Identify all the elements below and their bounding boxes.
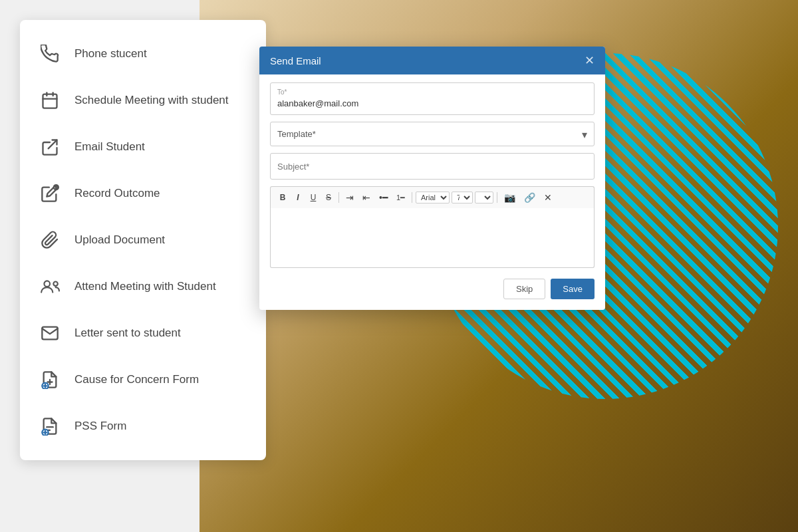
toolbar-separator-3 [497, 192, 497, 203]
action-label-record-outcome: Record Outcome [74, 187, 160, 200]
action-item-cause-concern[interactable]: Cause for Concern Form [20, 356, 266, 403]
save-button[interactable]: Save [551, 279, 595, 299]
svg-point-6 [44, 281, 50, 287]
action-label-cause-concern: Cause for Concern Form [74, 373, 199, 386]
action-label-letter-sent: Letter sent to student [74, 327, 181, 340]
dialog-close-button[interactable]: ✕ [585, 55, 595, 66]
numbered-list-button[interactable]: 1━ [393, 192, 408, 203]
to-field: To* [270, 82, 595, 115]
bullet-list-button[interactable]: •━ [376, 191, 391, 204]
action-label-phone-student: Phone stucent [74, 47, 147, 61]
strikethrough-button[interactable]: S [322, 192, 335, 203]
action-label-schedule-meeting: Schedule Meeting with student [74, 94, 229, 107]
template-select[interactable]: Template* [271, 122, 594, 146]
to-input[interactable] [277, 98, 587, 108]
font-select[interactable]: Arial [416, 192, 450, 203]
action-label-email-student: Email Student [74, 140, 145, 154]
action-label-pss-form: PSS Form [74, 420, 126, 433]
action-item-letter-sent[interactable]: Letter sent to student [20, 310, 266, 356]
action-item-attend-meeting[interactable]: Attend Meeting with Student [20, 263, 266, 310]
svg-rect-0 [43, 94, 57, 108]
email-dialog: Send Email ✕ To* Template* ▾ B I U S ⇥ [259, 47, 605, 310]
remove-format-button[interactable]: ✕ [541, 191, 555, 204]
subject-input[interactable] [277, 162, 587, 172]
phone-icon [36, 40, 64, 68]
italic-button[interactable]: I [291, 192, 305, 203]
email-forward-icon [36, 133, 64, 161]
action-item-record-outcome[interactable]: Record Outcome [20, 170, 266, 217]
doc-add-icon [36, 366, 64, 394]
dialog-body: To* Template* ▾ B I U S ⇥ ⇤ •━ 1━ [259, 74, 605, 310]
indent-button[interactable]: ⇥ [342, 191, 357, 204]
outdent-button[interactable]: ⇤ [359, 191, 374, 204]
template-field: Template* ▾ [270, 122, 595, 146]
action-panel: Phone stucent Schedule Meeting with stud… [20, 20, 266, 460]
dialog-title: Send Email [270, 55, 321, 66]
dialog-header: Send Email ✕ [259, 47, 605, 74]
action-item-schedule-meeting[interactable]: Schedule Meeting with student [20, 77, 266, 124]
font-size-select[interactable]: 7 [452, 192, 473, 203]
link-button[interactable]: 🔗 [521, 191, 539, 204]
dialog-footer: Skip Save [270, 276, 595, 299]
to-label: To* [277, 88, 587, 96]
editor-toolbar: B I U S ⇥ ⇤ •━ 1━ Arial 7 2 📷 🔗 ✕ [270, 186, 595, 208]
envelope-icon [36, 319, 64, 347]
action-item-upload-document[interactable]: Upload Document [20, 217, 266, 263]
image-button[interactable]: 📷 [501, 191, 519, 204]
svg-point-7 [53, 282, 57, 286]
font-size2-select[interactable]: 2 [475, 192, 493, 203]
subject-field [270, 153, 595, 180]
action-label-upload-document: Upload Document [74, 233, 165, 247]
action-item-email-student[interactable]: Email Student [20, 124, 266, 170]
action-item-pss-form[interactable]: PSS Form [20, 403, 266, 450]
editor-area[interactable] [270, 208, 595, 268]
toolbar-separator-1 [338, 192, 339, 203]
action-item-phone-student[interactable]: Phone stucent [20, 31, 266, 77]
group-icon [36, 273, 64, 301]
calendar-icon [36, 86, 64, 114]
bold-button[interactable]: B [276, 192, 289, 203]
toolbar-separator-2 [412, 192, 412, 203]
record-icon [36, 180, 64, 207]
paperclip-icon [36, 226, 64, 254]
doc-add2-icon [36, 412, 64, 440]
action-label-attend-meeting: Attend Meeting with Student [74, 280, 216, 293]
skip-button[interactable]: Skip [503, 279, 545, 299]
underline-button[interactable]: U [307, 192, 320, 203]
